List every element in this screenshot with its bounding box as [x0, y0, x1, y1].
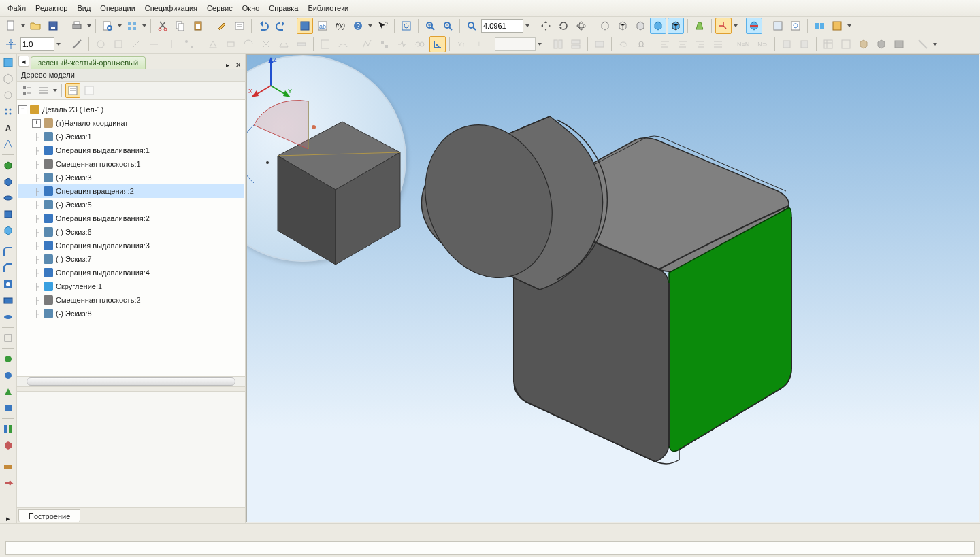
align-justify-button[interactable] — [710, 36, 726, 52]
vt-1[interactable] — [1, 71, 16, 86]
tree-hscroll[interactable] — [17, 376, 245, 386]
properties-dropdown[interactable] — [142, 18, 147, 33]
align-left-button[interactable] — [657, 36, 673, 52]
simplify-button[interactable] — [770, 18, 786, 34]
tree-item[interactable]: ├(-) Эскиз:3 — [18, 171, 244, 184]
tree-item[interactable]: ├(-) Эскиз:8 — [18, 307, 244, 320]
zoom-in-button[interactable] — [422, 18, 438, 34]
toolbar-end-dropdown[interactable] — [847, 18, 852, 33]
vt-sketch[interactable] — [1, 55, 16, 70]
new-file-button[interactable] — [3, 18, 19, 34]
tool-44[interactable] — [855, 36, 872, 52]
tree-item[interactable]: ├(-) Эскиз:6 — [18, 225, 244, 239]
help-dropdown[interactable] — [368, 18, 373, 33]
vt-4[interactable]: A — [1, 120, 16, 135]
pan-button[interactable] — [538, 18, 554, 34]
new-file-dropdown[interactable] — [20, 18, 26, 33]
tree-item[interactable]: ├(-) Эскиз:5 — [18, 198, 244, 212]
zoom-fit-button[interactable] — [398, 18, 414, 34]
ortho-button[interactable] — [429, 36, 446, 52]
zoom-out-button[interactable] — [440, 18, 456, 34]
refresh-button[interactable] — [787, 18, 804, 34]
whatsthis-button[interactable]: ? — [374, 18, 391, 34]
tool-10[interactable] — [258, 36, 274, 52]
properties-button[interactable] — [124, 18, 140, 34]
tree-btn-4[interactable] — [82, 83, 97, 98]
vt-cut[interactable] — [1, 174, 16, 189]
vt-revolve[interactable] — [1, 190, 16, 205]
tool-11[interactable] — [276, 36, 292, 52]
snap-button[interactable] — [3, 36, 19, 52]
tree-item[interactable]: ├(-) Эскиз:1 — [18, 130, 244, 144]
tool-20[interactable]: Y↑ — [453, 36, 470, 52]
paste-button[interactable] — [190, 18, 206, 34]
vt-hole[interactable] — [1, 277, 16, 292]
shaded-button[interactable] — [650, 18, 666, 34]
tree-item[interactable]: ├Операция выдавливания:1 — [18, 144, 244, 157]
align-center-button[interactable] — [674, 36, 691, 52]
tool-omega[interactable]: Ω — [633, 36, 649, 52]
tool-41[interactable] — [796, 36, 813, 52]
vt-12[interactable] — [1, 368, 16, 383]
tool-nn2[interactable]: N⊃ — [754, 36, 771, 52]
tool-3[interactable] — [128, 36, 144, 52]
rebuild-button[interactable] — [811, 18, 828, 34]
tree-item[interactable]: ├Смещенная плоскость:1 — [18, 157, 244, 171]
tab-scroll-left[interactable]: ◂ — [18, 56, 29, 67]
tree-item[interactable]: ├Скругление:1 — [18, 280, 244, 293]
menu-сервис[interactable]: Сервис — [202, 3, 238, 14]
tree-root[interactable]: −Деталь 23 (Тел-1) — [18, 103, 244, 116]
zoom-dropdown[interactable] — [525, 18, 530, 33]
vt-fillet[interactable] — [1, 244, 16, 259]
coord-dropdown[interactable] — [537, 37, 542, 52]
menu-редактор[interactable]: Редактор — [31, 3, 72, 14]
tool-45[interactable] — [873, 36, 889, 52]
tool-15[interactable] — [359, 36, 375, 52]
vt-11[interactable] — [1, 352, 16, 367]
vt-18[interactable] — [1, 475, 16, 490]
tool-42[interactable] — [820, 36, 836, 52]
vt-10[interactable] — [1, 331, 16, 345]
panel-splitter[interactable] — [17, 386, 245, 392]
tool-4[interactable] — [146, 36, 162, 52]
tool-5[interactable] — [163, 36, 180, 52]
tool-1[interactable] — [93, 36, 109, 52]
tool-18[interactable] — [412, 36, 428, 52]
tree-item[interactable]: ├Операция выдавливания:3 — [18, 239, 244, 252]
tool-12[interactable] — [293, 36, 310, 52]
open-file-button[interactable] — [27, 18, 44, 34]
tool-32[interactable] — [591, 36, 608, 52]
tool-2[interactable] — [110, 36, 127, 52]
fx-button[interactable]: f(x) — [332, 18, 348, 34]
orientations-button[interactable] — [715, 18, 732, 34]
wireframe-button[interactable] — [597, 18, 613, 34]
tree-item[interactable]: ├Смещенная плоскость:2 — [18, 293, 244, 307]
toolbar2-end-dropdown[interactable] — [932, 37, 938, 52]
tool-17[interactable] — [394, 36, 410, 52]
measure-button[interactable] — [69, 36, 85, 52]
redo-button[interactable] — [273, 18, 289, 34]
vt-3[interactable] — [1, 104, 16, 119]
vt-5[interactable] — [1, 137, 16, 152]
tool-31[interactable] — [568, 36, 584, 52]
document-tab[interactable]: зеленый-желтый-оранжевый — [31, 56, 146, 69]
format-painter-button[interactable] — [214, 18, 230, 34]
tool-46[interactable] — [891, 36, 907, 52]
shaded-edges-button[interactable] — [668, 18, 684, 34]
rotate-button[interactable] — [555, 18, 572, 34]
tool-7[interactable] — [205, 36, 221, 52]
tree-item[interactable]: ├Операция выдавливания:4 — [18, 266, 244, 280]
vt-14[interactable] — [1, 401, 16, 416]
3d-viewport[interactable]: Z X Y — [246, 54, 979, 522]
paste-properties-button[interactable] — [231, 18, 248, 34]
model-tree[interactable]: −Деталь 23 (Тел-1)+(т)Начало координат├(… — [17, 100, 245, 376]
vt-chamfer[interactable] — [1, 260, 16, 275]
tab-scroll-right[interactable]: ▸ — [223, 61, 231, 69]
tree-btn-1[interactable] — [20, 83, 35, 98]
vt-7[interactable] — [1, 223, 16, 238]
no-hidden-button[interactable] — [632, 18, 649, 34]
step-value-input[interactable] — [20, 37, 54, 51]
tree-item[interactable]: ├(-) Эскиз:7 — [18, 252, 244, 266]
tool-6[interactable] — [181, 36, 197, 52]
perspective-button[interactable] — [691, 18, 708, 34]
